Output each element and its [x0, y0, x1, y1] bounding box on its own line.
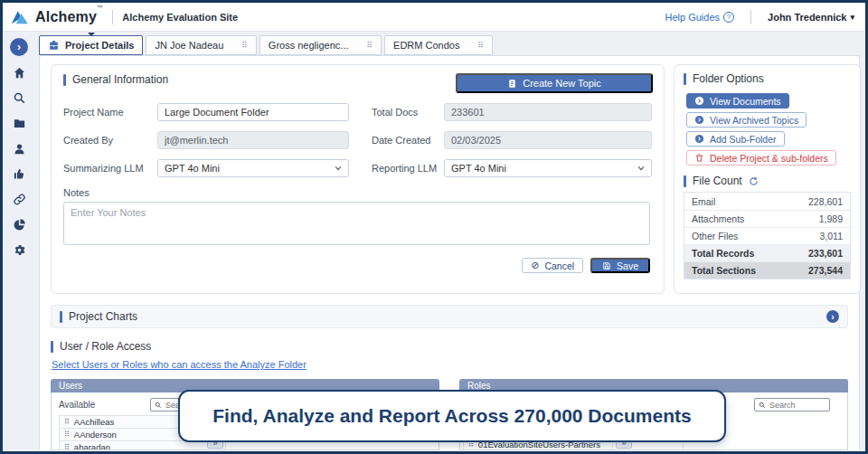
save-button[interactable]: Save: [590, 258, 650, 273]
top-bar: Alchemy™ Alchemy Evaluation Site Help Gu…: [3, 3, 865, 32]
project-charts-expander[interactable]: Project Charts ›: [51, 305, 848, 328]
date-created-label: Date Created: [372, 135, 444, 146]
drag-grip-icon[interactable]: ⠿: [367, 41, 373, 50]
tab-project-details[interactable]: Project Details: [39, 35, 143, 55]
sidebar-expand-button[interactable]: ›: [9, 38, 29, 56]
accent-bar: [60, 311, 62, 323]
view-archived-topics-button[interactable]: View Archived Topics: [686, 112, 807, 128]
help-guides-link[interactable]: Help Guides ?: [665, 12, 735, 23]
nav-charts[interactable]: [9, 215, 29, 233]
drag-grip-icon: ⠿: [64, 443, 70, 450]
tab-jn-joe-nadeau[interactable]: JN Joe Nadeau ⠿: [146, 35, 256, 55]
arrow-right-circle-icon: [694, 115, 704, 125]
view-documents-button[interactable]: View Documents: [686, 93, 789, 109]
row-value: 233,601: [808, 248, 843, 259]
reporting-llm-label: Reporting LLM: [372, 163, 444, 174]
divider: [112, 10, 113, 24]
select-users-roles-link[interactable]: Select Users or Roles who can access the…: [52, 359, 307, 370]
drag-grip-icon[interactable]: ⠿: [477, 41, 484, 50]
accent-bar: [51, 341, 53, 353]
summarizing-llm-select[interactable]: GPT 4o Mini: [157, 159, 349, 177]
user-name-text: AAchilleas: [74, 417, 114, 427]
help-icon: ?: [723, 12, 734, 23]
notes-textarea[interactable]: [63, 202, 650, 245]
site-title: Alchemy Evaluation Site: [122, 12, 238, 23]
reporting-llm-select[interactable]: GPT 4o Mini: [444, 159, 652, 177]
folder-icon: [13, 117, 26, 130]
selected-value: GPT 4o Mini: [165, 163, 220, 174]
row-label: Attachments: [692, 213, 744, 224]
created-by-input: [157, 131, 349, 149]
app-window: Alchemy™ Alchemy Evaluation Site Help Gu…: [0, 0, 868, 454]
nav-users[interactable]: [9, 139, 29, 157]
user-icon: [13, 142, 26, 156]
user-name-text: AAnderson: [74, 430, 117, 440]
nav-feedback[interactable]: [9, 165, 29, 183]
accent-bar: [63, 74, 66, 86]
briefcase-icon: [48, 40, 60, 52]
nav-search[interactable]: [9, 89, 29, 107]
main-area: Project Details JN Joe Nadeau ⠿ Gross ne…: [35, 32, 865, 450]
user-name-text: abaradan: [74, 442, 110, 450]
user-menu[interactable]: John Tredennick ▾: [768, 12, 854, 23]
roles-search[interactable]: [754, 398, 830, 411]
alchemy-logo[interactable]: Alchemy™: [10, 7, 103, 27]
chevron-right-circle-icon: ›: [10, 38, 28, 56]
nav-folders[interactable]: [9, 114, 29, 132]
total-docs-label: Total Docs: [372, 107, 444, 118]
pie-chart-icon: [13, 218, 26, 232]
notes-label: Notes: [63, 187, 652, 198]
cancel-button[interactable]: ⊘ Cancel: [522, 258, 583, 273]
user-name: John Tredennick: [768, 12, 846, 23]
nav-settings[interactable]: [9, 241, 29, 259]
alchemy-logo-icon: [10, 7, 30, 27]
nav-home[interactable]: [9, 63, 29, 81]
tab-label: EDRM Condos: [393, 40, 459, 51]
chevron-down-icon: [335, 165, 342, 172]
accent-bar: [684, 73, 686, 85]
project-name-label: Project Name: [63, 107, 157, 118]
roles-search-input[interactable]: [769, 401, 824, 410]
search-icon: [155, 402, 162, 409]
accent-bar: [684, 175, 686, 187]
drag-grip-icon: ⠿: [64, 418, 70, 426]
file-count-row-total-sections: Total Sections 273,544: [684, 261, 850, 279]
add-sub-folder-button[interactable]: Add Sub-Folder: [686, 131, 785, 147]
expand-chevron-icon[interactable]: ›: [826, 310, 839, 323]
file-count-row: Email 228,601: [684, 193, 850, 210]
nav-links[interactable]: [9, 190, 29, 208]
user-role-access-title: User / Role Access: [51, 340, 848, 353]
available-label: Available: [59, 400, 95, 410]
file-count-row: Attachments 1,989: [684, 210, 850, 227]
refresh-icon[interactable]: [749, 176, 759, 186]
chevron-down-icon: [637, 165, 645, 172]
file-count-row-total-records: Total Records 233,601: [684, 244, 850, 261]
row-value: 273,544: [808, 265, 843, 276]
cancel-icon: ⊘: [531, 260, 539, 271]
thumbs-up-icon: [13, 167, 26, 181]
tab-gross-negligence[interactable]: Gross negligenc... ⠿: [259, 35, 382, 55]
date-created-input: [444, 131, 652, 149]
tab-edrm-condos[interactable]: EDRM Condos ⠿: [384, 35, 493, 55]
caret-down-icon: ▾: [850, 13, 854, 22]
drag-grip-icon[interactable]: ⠿: [241, 41, 248, 50]
trademark: ™: [97, 5, 103, 11]
create-new-topic-button[interactable]: Create New Topic: [456, 73, 653, 93]
delete-project-button[interactable]: Delete Project & sub-folders: [686, 150, 836, 166]
general-information-title: General Information: [63, 73, 168, 86]
row-label: Other Files: [692, 231, 738, 241]
gear-icon: [13, 243, 26, 257]
arrow-right-circle-icon: [694, 134, 704, 144]
drag-grip-icon: ⠿: [64, 430, 70, 439]
created-by-label: Created By: [63, 135, 157, 146]
divider: [750, 10, 751, 24]
promo-overlay-text: Find, Analyze and Report Across 270,000 …: [212, 405, 691, 427]
summarizing-llm-label: Summarizing LLM: [63, 163, 157, 174]
tab-label: Gross negligenc...: [269, 40, 349, 51]
row-label: Total Records: [692, 248, 754, 259]
row-value: 3,011: [820, 231, 844, 241]
trash-icon: [694, 153, 704, 163]
save-icon: [602, 261, 611, 270]
row-label: Email: [692, 196, 715, 207]
project-name-input[interactable]: [157, 103, 349, 121]
